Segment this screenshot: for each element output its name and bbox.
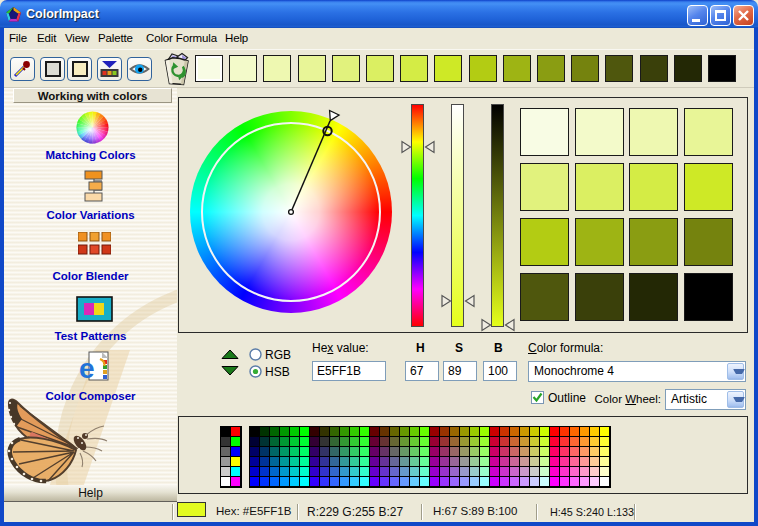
svg-text:e: e bbox=[79, 353, 95, 383]
